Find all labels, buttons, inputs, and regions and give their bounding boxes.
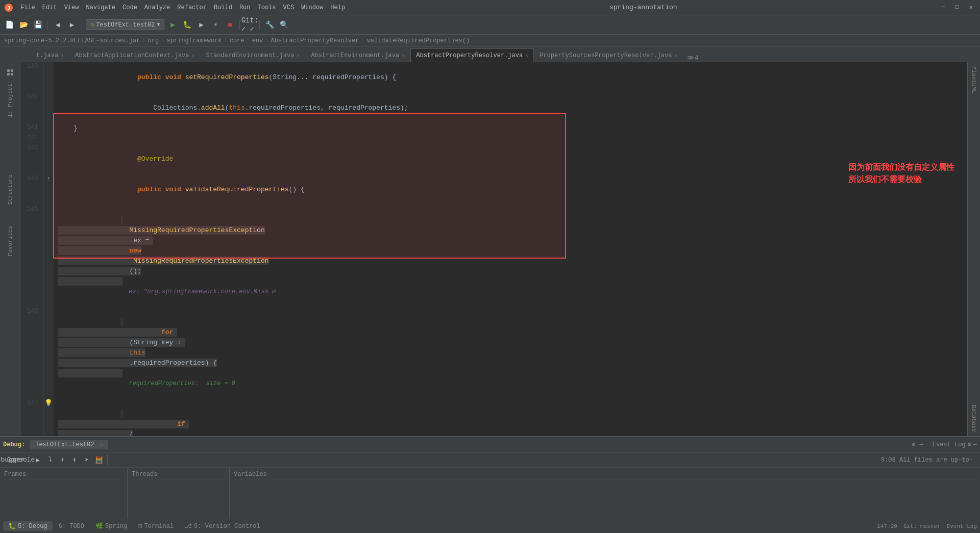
resume-button[interactable]: ▶ <box>32 454 43 466</box>
breadcrumb-method[interactable]: validateRequiredProperties() <box>367 37 470 44</box>
forward-button[interactable]: ▶ <box>66 19 78 31</box>
breadcrumb-org[interactable]: org <box>148 37 159 44</box>
run-button[interactable]: ▶ <box>166 19 179 31</box>
coverage-button[interactable]: ▶ <box>195 19 207 31</box>
table-row: 140 Collections.addAll(this.requiredProp… <box>20 93 967 123</box>
breadcrumb-core[interactable]: core <box>230 37 244 44</box>
menu-code[interactable]: Code <box>119 3 140 12</box>
code-container[interactable]: 139 public void setRequiredProperties(St… <box>20 62 967 436</box>
profile-button[interactable]: ⚡ <box>209 19 222 31</box>
step-out-button[interactable]: ⬆ <box>69 454 80 466</box>
menu-file[interactable]: File <box>17 3 38 12</box>
tab-abstractpropertyresolver[interactable]: AbstractPropertyResolver.java ✕ <box>410 48 534 62</box>
more-tabs-button[interactable]: ≫4 <box>685 54 700 62</box>
toolbar: 📄 📂 💾 ◀ ▶ ⚙ TestOfExt.test02 ▼ ▶ 🐛 ▶ ⚡ ■… <box>0 15 980 35</box>
breadcrumb-springframework[interactable]: springframework <box>166 37 222 44</box>
run-config-selector[interactable]: ⚙ TestOfExt.test02 ▼ <box>86 19 164 30</box>
tab-se-close[interactable]: ✕ <box>297 53 300 59</box>
debug-run-button[interactable]: 🐛 <box>181 19 193 31</box>
tab-aac-close[interactable]: ✕ <box>192 53 195 59</box>
console-tab[interactable]: Console <box>15 454 27 466</box>
settings-button[interactable]: 🔧 <box>263 19 276 31</box>
favorites-panel-label[interactable]: Favorites <box>6 224 14 258</box>
plantuml-panel[interactable]: PlantUML <box>970 64 978 95</box>
save-button[interactable]: 💾 <box>32 19 44 31</box>
stop-button[interactable]: ■ <box>224 19 236 31</box>
bulb-icon[interactable]: 💡 <box>44 399 53 407</box>
debug-tab-label: 5: Debug <box>18 523 47 530</box>
maximize-button[interactable]: □ <box>952 3 962 12</box>
tab-abstractapplicationcontext[interactable]: AbstractApplicationContext.java ✕ <box>69 48 200 62</box>
debug-tab-close[interactable]: ✕ <box>100 442 103 448</box>
close-button[interactable]: ✕ <box>966 3 976 12</box>
debug-tab-bottom[interactable]: 🐛 5: Debug <box>3 521 53 531</box>
tab-ae-close[interactable]: ✕ <box>402 53 405 59</box>
tab-t-java[interactable]: t.java ✕ <box>31 48 69 62</box>
menu-window[interactable]: Window <box>298 3 326 12</box>
run-to-cursor-button[interactable]: ➤ <box>81 454 92 466</box>
minimize-icon[interactable]: ─ <box>920 441 923 448</box>
back-button[interactable]: ◀ <box>52 19 64 31</box>
step-into-button[interactable]: ⬇ <box>57 454 68 466</box>
git-status[interactable]: Git: ✓ ✓ <box>243 19 256 31</box>
svg-text:J: J <box>7 6 10 11</box>
tab-propertysourcesresolver[interactable]: PropertySourcesPropertyResolver.java ✕ <box>534 48 683 62</box>
left-sidebar: 1: Project Structure Favorites <box>0 62 20 436</box>
event-log-settings[interactable]: ⚙ <box>968 441 971 448</box>
menu-run[interactable]: Run <box>236 3 254 12</box>
line-gutter <box>43 93 54 123</box>
debug-config-tab[interactable]: TestOfExt.test02 ✕ <box>30 440 108 449</box>
settings-icon[interactable]: ⚙ <box>912 441 915 448</box>
run-config-arrow: ▼ <box>157 22 160 28</box>
search-everywhere-button[interactable]: 🔍 <box>278 19 290 31</box>
breadcrumb-bar: spring-core-5.2.2.RELEASE-sources.jar › … <box>0 35 980 47</box>
menu-vcs[interactable]: VCS <box>280 3 298 12</box>
breadcrumb-jar[interactable]: spring-core-5.2.2.RELEASE-sources.jar <box>4 37 140 44</box>
git-branch[interactable]: Git: master <box>903 523 941 529</box>
tab-t-java-close[interactable]: ✕ <box>61 53 64 59</box>
table-row: 143 @Override <box>20 144 967 174</box>
event-log-bottom[interactable]: Event Log <box>947 523 977 529</box>
terminal-tab[interactable]: ⊡ Terminal <box>133 521 179 531</box>
menu-navigate[interactable]: Navigate <box>83 3 118 12</box>
open-button[interactable]: 📂 <box>17 19 30 31</box>
menu-analyze[interactable]: Analyze <box>141 3 173 12</box>
new-file-button[interactable]: 📄 <box>3 19 15 31</box>
event-log-minimize[interactable]: ─ <box>973 441 977 448</box>
menu-tools[interactable]: Tools <box>255 3 279 12</box>
project-panel-label[interactable]: 1: Project <box>6 82 14 119</box>
cursor-position[interactable]: 147:29 <box>877 523 897 529</box>
vcs-tab-label: 9: Version Control <box>194 523 260 530</box>
window-controls: ─ □ ✕ <box>938 3 976 12</box>
debug-icon: 🐛 <box>8 522 16 530</box>
tab-psr-close[interactable]: ✕ <box>674 53 677 59</box>
spring-tab-label: Spring <box>105 523 127 530</box>
evaluate-button[interactable]: 🧮 <box>93 454 105 466</box>
menu-edit[interactable]: Edit <box>39 3 60 12</box>
structure-panel-label[interactable]: Structure <box>6 172 14 207</box>
menu-view[interactable]: View <box>61 3 82 12</box>
tab-abstractenvironment[interactable]: AbstractEnvironment.java ✕ <box>305 48 410 62</box>
breadcrumb-class[interactable]: AbstractPropertyResolver <box>271 37 359 44</box>
spring-tab[interactable]: 🌿 Spring <box>90 521 132 531</box>
todo-tab[interactable]: 6: TODO <box>54 522 89 531</box>
breadcrumb-env[interactable]: env <box>252 37 263 44</box>
database-panel[interactable]: Database <box>970 403 978 434</box>
project-sidebar-button[interactable] <box>2 64 18 81</box>
debug-panel-title: Debug: <box>3 441 25 448</box>
line-code: } <box>54 123 967 134</box>
line-gutter <box>43 205 54 307</box>
menu-build[interactable]: Build <box>211 3 235 12</box>
menu-help[interactable]: Help <box>327 3 348 12</box>
line-gutter: ↑ <box>43 174 54 205</box>
vcs-tab[interactable]: ⎇ 9: Version Control <box>180 521 265 531</box>
debug-sep <box>29 455 30 465</box>
svg-rect-5 <box>11 73 13 75</box>
line-number: 147 <box>20 399 43 436</box>
menu-bar[interactable]: File Edit View Navigate Code Analyze Ref… <box>17 3 348 12</box>
tab-apr-close[interactable]: ✕ <box>525 53 528 59</box>
menu-refactor[interactable]: Refactor <box>174 3 210 12</box>
tab-standardenvironment[interactable]: StandardEnvironment.java ✕ <box>201 48 306 62</box>
minimize-button[interactable]: ─ <box>938 3 948 12</box>
step-over-button[interactable]: ⤵ <box>44 454 56 466</box>
